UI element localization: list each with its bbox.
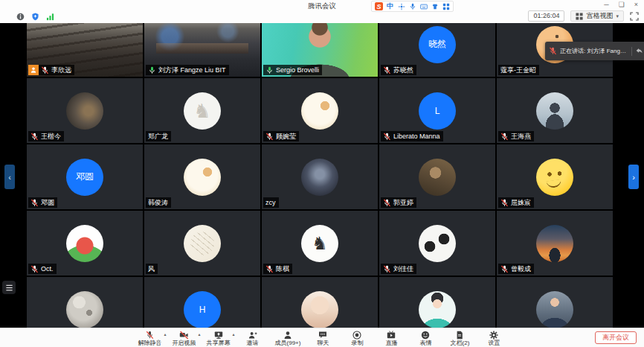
participant-tile-row5-3[interactable] [262, 277, 378, 328]
participant-tile-郭亚婷[interactable]: 郭亚婷 [379, 144, 495, 209]
mic-status-icon [41, 66, 49, 74]
fullscreen-button[interactable] [630, 11, 640, 21]
chevron-down-icon: ▾ [616, 12, 619, 20]
mic-status-icon [383, 199, 391, 207]
toolbar-button-caret-icon[interactable]: ▴ [233, 331, 235, 337]
network-signal-icon[interactable] [46, 13, 54, 21]
participant-tile-Oct.[interactable]: Oct. [27, 211, 143, 276]
toolbar-button-live[interactable]: 直播 [377, 330, 405, 346]
prev-page-button[interactable]: ‹ [4, 165, 15, 189]
window-close-button[interactable]: × [634, 1, 638, 8]
participant-tile-郑广龙[interactable]: 郑广龙 [144, 78, 260, 143]
participant-name: 韩俊涛 [146, 197, 171, 208]
participant-name: 郑广龙 [146, 131, 171, 141]
participant-name-bar: Sergio Brovelli [263, 65, 322, 75]
toolbar-button-emoji[interactable]: 表情 [411, 330, 439, 346]
participant-tile-row5-2[interactable]: H [144, 277, 260, 328]
sidebar-toggle-button[interactable] [2, 281, 16, 294]
toolbar-button-icon [146, 330, 154, 340]
participant-tile-邓圆[interactable]: 邓圆 邓圆 [27, 144, 143, 209]
toolbar-button-mic-off[interactable]: ▴ 解除静音 [136, 330, 164, 346]
participant-name: 王海燕 [509, 131, 534, 141]
participant-name: Liberato Manna [391, 131, 443, 141]
participant-tile-王楷今[interactable]: 王楷今 [27, 78, 143, 143]
toolbar-button-settings[interactable]: 设置 [480, 330, 508, 346]
ime-cursor-icon[interactable] [397, 2, 405, 10]
toolbar-button-invite[interactable]: 邀请 [239, 330, 267, 346]
participant-name: 王楷今 [39, 131, 64, 141]
ime-keyboard-icon[interactable] [419, 2, 428, 10]
leave-meeting-button[interactable]: 离开会议 [595, 331, 637, 344]
toolbar-button-label: 解除静音 [138, 340, 162, 346]
toolbar-button-icon [179, 330, 189, 340]
toolbar-button-members[interactable]: 成员(99+) [273, 330, 303, 346]
window-controls: ─❏× [604, 1, 638, 8]
participant-name-bar: 刘方泽 Fangze Liu BIT [146, 65, 229, 75]
toolbar-button-record[interactable]: 录制 [343, 330, 371, 346]
sogou-logo-button[interactable]: S [375, 2, 383, 10]
mic-status-icon [148, 66, 156, 74]
mic-status-icon [383, 66, 391, 74]
participant-tile-刘佳佳[interactable]: 刘佳佳 [379, 211, 495, 276]
toolbar-button-caret-icon[interactable]: ▴ [199, 331, 201, 337]
video-grid: 李欣远 刘方泽 Fangze Liu BIT Sergio Brovelli 晓… [27, 23, 614, 328]
participant-tile-风[interactable]: 风 [144, 211, 260, 276]
participant-tile-row5-5[interactable] [497, 277, 613, 328]
meeting-status-icons [16, 13, 54, 21]
participant-tile-顾婉莹[interactable]: 顾婉莹 [262, 78, 378, 143]
participant-tile-苏晓然[interactable]: 晓然 苏晓然 [379, 23, 495, 77]
participant-tile-屈姝宸[interactable]: 屈姝宸 [497, 144, 613, 209]
participant-avatar [184, 92, 221, 130]
participant-name-bar: 曾毅成 [498, 264, 534, 274]
participant-tile-刘方泽 Fangze Liu BIT[interactable]: 刘方泽 Fangze Liu BIT [144, 23, 260, 77]
participant-tile-row5-4[interactable] [379, 277, 495, 328]
ime-skin-icon[interactable] [431, 2, 439, 10]
participant-name-bar: 顾婉莹 [263, 131, 299, 141]
participant-tile-Liberato Manna[interactable]: L Liberato Manna [379, 78, 495, 143]
meeting-toolbar: ▴ 解除静音 ▴ 开启视频 ▴ 共享屏幕 邀请 成员(99+) 聊天 录制 直播 [0, 328, 644, 347]
participant-tile-李欣远[interactable]: 李欣远 [27, 23, 143, 77]
security-shield-icon[interactable] [31, 13, 39, 21]
grid-view-button[interactable]: 宫格视图 ▾ [570, 10, 624, 22]
mic-status-icon [383, 133, 391, 141]
participant-name-bar: 郑广龙 [146, 131, 171, 141]
participant-tile-王海燕[interactable]: 王海燕 [497, 78, 613, 143]
participant-avatar: 邓圆 [66, 159, 103, 196]
participant-tile-曾毅成[interactable]: 曾毅成 [497, 211, 613, 276]
window-maximize-button[interactable]: ❏ [619, 1, 625, 8]
ime-toolbox-icon[interactable] [442, 2, 450, 10]
toolbar-button-chat[interactable]: 聊天 [309, 330, 337, 346]
toolbar-button-docs[interactable]: 文档(2) [445, 330, 474, 346]
participant-name: zcy [263, 197, 279, 208]
participant-name: 刘佳佳 [391, 264, 416, 274]
jump-to-speaker-icon[interactable] [635, 47, 643, 55]
tencent-meeting-window: 腾讯会议 S中 ─❏× 01:26:04 宫格视图 ▾ 李欣远 [0, 0, 644, 347]
toolbar-button-caret-icon[interactable]: ▴ [164, 331, 167, 337]
participant-tile-韩俊涛[interactable]: 韩俊涛 [144, 144, 260, 209]
toolbar-button-screen-share[interactable]: ▴ 共享屏幕 [205, 330, 233, 346]
meeting-info-icon[interactable] [16, 13, 25, 21]
participant-tile-陈棋[interactable]: 陈棋 [262, 211, 378, 276]
participant-tile-row5-1[interactable] [27, 277, 143, 328]
grid-view-label: 宫格视图 [586, 12, 613, 20]
mic-status-icon [265, 133, 274, 141]
participant-name: 陈棋 [274, 264, 292, 274]
participant-name: 屈姝宸 [509, 197, 534, 208]
speaking-toast[interactable]: 正在讲话: 刘方泽 Fangze... [545, 42, 644, 60]
participant-avatar: 晓然 [419, 26, 456, 63]
toolbar-button-cam-off[interactable]: ▴ 开启视频 [170, 330, 199, 346]
participant-name: 郭亚婷 [391, 197, 416, 208]
participant-tile-zcy[interactable]: zcy [262, 144, 378, 209]
ime-voice-icon[interactable] [408, 2, 416, 10]
participant-avatar [419, 225, 456, 262]
participant-tile-Sergio Brovelli[interactable]: Sergio Brovelli [262, 23, 378, 77]
toolbar-button-label: 邀请 [247, 340, 259, 346]
mic-status-icon [265, 66, 274, 74]
next-page-button[interactable]: › [628, 165, 639, 189]
window-minimize-button[interactable]: ─ [604, 1, 608, 8]
participant-name: 苏晓然 [391, 65, 416, 75]
participant-name-bar: 屈姝宸 [498, 197, 534, 208]
participant-name-bar: 刘佳佳 [381, 264, 416, 274]
ime-language-button[interactable]: 中 [386, 2, 394, 10]
mic-status-icon [30, 133, 39, 141]
